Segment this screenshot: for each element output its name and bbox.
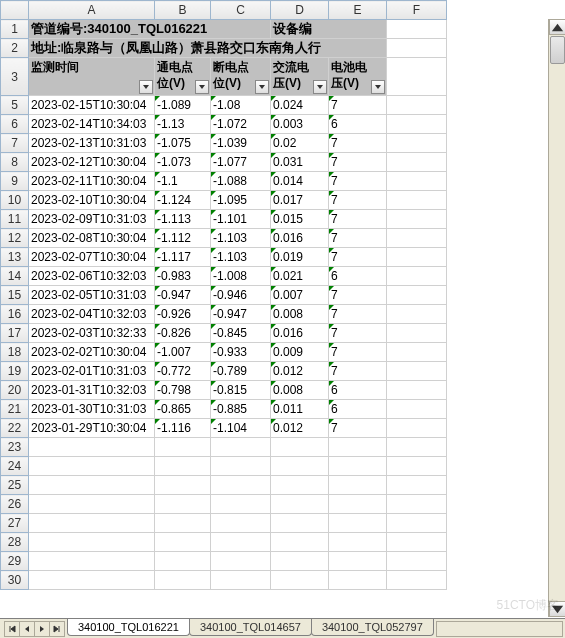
cell[interactable] <box>387 267 447 286</box>
cell[interactable] <box>211 514 271 533</box>
cell-ac[interactable]: 0.003 <box>271 115 329 134</box>
filter-button[interactable] <box>371 80 385 94</box>
filter-button[interactable] <box>195 80 209 94</box>
cell[interactable] <box>387 438 447 457</box>
filter-button[interactable] <box>255 80 269 94</box>
row-header[interactable]: 5 <box>1 96 29 115</box>
cell-time[interactable]: 2023-02-07T10:30:04 <box>29 248 155 267</box>
sheet-tab[interactable]: 340100_TQL052797 <box>311 619 434 636</box>
cell-ac[interactable]: 0.016 <box>271 324 329 343</box>
col-header-D[interactable]: D <box>271 1 329 20</box>
cell-time[interactable]: 2023-02-06T10:32:03 <box>29 267 155 286</box>
device-id-cell[interactable]: 设备编 <box>271 20 387 39</box>
row-header[interactable]: 21 <box>1 400 29 419</box>
cell[interactable] <box>29 438 155 457</box>
cell[interactable] <box>271 495 329 514</box>
cell[interactable] <box>155 457 211 476</box>
cell-batt[interactable]: 7 <box>329 191 387 210</box>
filter-button[interactable] <box>313 80 327 94</box>
cell-batt[interactable]: 7 <box>329 362 387 381</box>
cell[interactable] <box>387 39 447 58</box>
cell[interactable] <box>29 571 155 590</box>
cell[interactable] <box>387 343 447 362</box>
cell[interactable] <box>387 134 447 153</box>
cell[interactable] <box>387 248 447 267</box>
cell[interactable] <box>329 571 387 590</box>
cell-batt[interactable]: 7 <box>329 343 387 362</box>
cell[interactable] <box>387 419 447 438</box>
tab-nav-next[interactable] <box>34 621 50 637</box>
horizontal-scrollbar[interactable] <box>436 621 563 637</box>
cell-on[interactable]: -1.13 <box>155 115 211 134</box>
cell-off[interactable]: -0.947 <box>211 305 271 324</box>
cell-ac[interactable]: 0.017 <box>271 191 329 210</box>
row-header[interactable]: 18 <box>1 343 29 362</box>
sheet-tab[interactable]: 340100_TQL016221 <box>67 619 190 636</box>
cell[interactable] <box>211 438 271 457</box>
cell-on[interactable]: -1.112 <box>155 229 211 248</box>
cell-on[interactable]: -1.073 <box>155 153 211 172</box>
cell[interactable] <box>387 495 447 514</box>
cell-ac[interactable]: 0.008 <box>271 305 329 324</box>
row-header[interactable]: 23 <box>1 438 29 457</box>
cell[interactable] <box>155 571 211 590</box>
cell[interactable] <box>155 552 211 571</box>
cell[interactable] <box>329 495 387 514</box>
cell-off[interactable]: -1.103 <box>211 248 271 267</box>
cell-time[interactable]: 2023-02-14T10:34:03 <box>29 115 155 134</box>
pipeline-id-cell[interactable]: 管道编号:340100_TQL016221 <box>29 20 271 39</box>
cell-on[interactable]: -0.865 <box>155 400 211 419</box>
cell[interactable] <box>387 172 447 191</box>
cell-batt[interactable]: 6 <box>329 267 387 286</box>
cell-off[interactable]: -1.077 <box>211 153 271 172</box>
cell[interactable] <box>387 533 447 552</box>
cell-batt[interactable]: 7 <box>329 134 387 153</box>
cell[interactable] <box>329 514 387 533</box>
cell[interactable] <box>387 58 447 96</box>
cell-off[interactable]: -1.104 <box>211 419 271 438</box>
cell-off[interactable]: -1.08 <box>211 96 271 115</box>
cell-ac[interactable]: 0.007 <box>271 286 329 305</box>
header-battery-voltage[interactable]: 电池电压(V) <box>329 58 387 96</box>
cell-off[interactable]: -1.088 <box>211 172 271 191</box>
cell-time[interactable]: 2023-01-31T10:32:03 <box>29 381 155 400</box>
row-header[interactable]: 29 <box>1 552 29 571</box>
cell-batt[interactable]: 7 <box>329 229 387 248</box>
cell-on[interactable]: -0.947 <box>155 286 211 305</box>
row-header[interactable]: 16 <box>1 305 29 324</box>
cell[interactable] <box>387 20 447 39</box>
cell-batt[interactable]: 7 <box>329 172 387 191</box>
row-header[interactable]: 8 <box>1 153 29 172</box>
row-header[interactable]: 24 <box>1 457 29 476</box>
vertical-scrollbar[interactable] <box>548 19 565 617</box>
cell-ac[interactable]: 0.012 <box>271 362 329 381</box>
cell-on[interactable]: -1.117 <box>155 248 211 267</box>
cell[interactable] <box>29 514 155 533</box>
cell[interactable] <box>387 324 447 343</box>
tab-nav-last[interactable] <box>49 621 65 637</box>
row-header[interactable]: 9 <box>1 172 29 191</box>
cell-ac[interactable]: 0.008 <box>271 381 329 400</box>
cell[interactable] <box>329 552 387 571</box>
col-header-B[interactable]: B <box>155 1 211 20</box>
cell-batt[interactable]: 7 <box>329 286 387 305</box>
cell[interactable] <box>387 115 447 134</box>
cell[interactable] <box>29 533 155 552</box>
cell[interactable] <box>155 438 211 457</box>
cell-time[interactable]: 2023-02-10T10:30:04 <box>29 191 155 210</box>
cell-time[interactable]: 2023-02-03T10:32:33 <box>29 324 155 343</box>
cell-time[interactable]: 2023-02-12T10:30:04 <box>29 153 155 172</box>
cell[interactable] <box>387 305 447 324</box>
cell-time[interactable]: 2023-02-09T10:31:03 <box>29 210 155 229</box>
row-header[interactable]: 15 <box>1 286 29 305</box>
cell[interactable] <box>387 476 447 495</box>
cell[interactable] <box>387 191 447 210</box>
cell-ac[interactable]: 0.009 <box>271 343 329 362</box>
row-header[interactable]: 2 <box>1 39 29 58</box>
row-header[interactable]: 14 <box>1 267 29 286</box>
cell-batt[interactable]: 7 <box>329 305 387 324</box>
cell[interactable] <box>211 571 271 590</box>
cell-ac[interactable]: 0.019 <box>271 248 329 267</box>
cell-off[interactable]: -1.103 <box>211 229 271 248</box>
row-header[interactable]: 26 <box>1 495 29 514</box>
